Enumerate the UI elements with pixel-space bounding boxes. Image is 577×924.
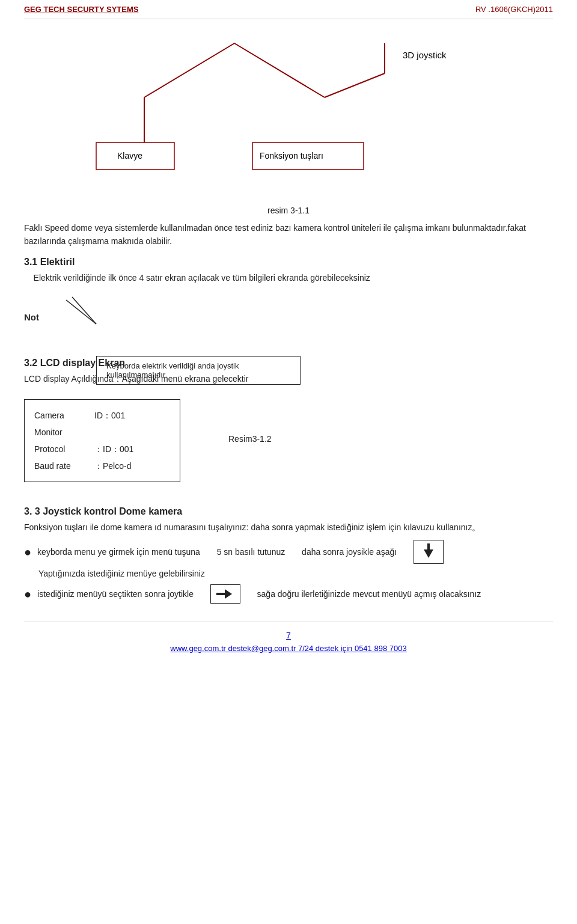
lcd-row-3: Protocol ：ID：001: [34, 441, 170, 457]
lcd-row-2: Monitor: [34, 424, 170, 441]
footer: 7 www.geg.com.tr destek@geg.com.tr 7/24 …: [24, 622, 553, 653]
arrow-right-icon: [216, 588, 234, 600]
resim32-label: Resim3-1.2: [228, 434, 272, 444]
bullet-section-3: ● istediğiniz menüyü seçtikten sonra joy…: [24, 584, 553, 604]
section33-title: 3. 3 Joystick kontrol Dome kamera: [24, 506, 553, 517]
bullet-dot-1: ●: [24, 546, 31, 558]
bullet-dot-3: ●: [24, 588, 31, 600]
bullet1-text-middle: 5 sn basılı tutunuz: [217, 547, 285, 557]
svg-text:Klavye: Klavye: [117, 151, 142, 161]
resim-label: resim 3-1.1: [24, 206, 553, 215]
not-block: Not Keyborda elektrik verildiği anda joy…: [24, 294, 553, 348]
diagram-svg: 3D joystick Klavye Fonksiyon tuşları: [24, 25, 553, 206]
not-arrow-svg: [60, 294, 301, 348]
lcd-row-4: Baud rate ：Pelco-d: [34, 457, 170, 474]
arrow-down-icon: [421, 543, 436, 560]
section31-text: Elektrik verildiğinde ilk önce 4 satır e…: [24, 271, 553, 284]
svg-rect-14: [427, 543, 430, 551]
bullet-section-1: ● keyborda menu ye girmek için menü tuşu…: [24, 540, 553, 578]
svg-line-11: [66, 300, 96, 324]
not-label: Not: [24, 294, 48, 322]
arrow-right-box: [210, 584, 240, 604]
bullet-item-3: ● istediğiniz menüyü seçtikten sonra joy…: [24, 584, 553, 604]
bullet3-text-before: istediğiniz menüyü seçtikten sonra joyti…: [37, 589, 194, 599]
svg-line-6: [325, 73, 385, 97]
header-left: GEG TECH SECURTY SYTEMS: [24, 5, 138, 14]
svg-rect-16: [216, 593, 226, 595]
note-box: Keyborda elektrik verildiği anda joystik…: [96, 356, 301, 385]
svg-line-1: [144, 43, 234, 97]
page-number: 7: [24, 631, 553, 640]
header-right: RV .1606(GKCH)2011: [475, 5, 553, 14]
bullet-item-1: ● keyborda menu ye girmek için menü tuşu…: [24, 540, 553, 564]
arrow-down-box: [414, 540, 444, 564]
section33-text: Fonksiyon tuşları ile dome kamera ıd num…: [24, 521, 553, 534]
bullet1-text-after: daha sonra joysikle aşağı: [302, 547, 397, 557]
diagram-area: 3D joystick Klavye Fonksiyon tuşları: [24, 25, 553, 206]
intro-text: Faklı Speed dome veya sistemlerde kullan…: [24, 221, 553, 248]
bullet2-text: Yaptığınızda istediğiniz menüye gelebili…: [38, 569, 553, 578]
lcd-and-resim: Camera ID：001 Monitor Protocol ：ID：001 B…: [24, 390, 553, 488]
lcd-row-1: Camera ID：001: [34, 407, 170, 424]
lcd-box: Camera ID：001 Monitor Protocol ：ID：001 B…: [24, 399, 180, 482]
section31-title: 3.1 Elektiril: [24, 257, 553, 268]
header: GEG TECH SECURTY SYTEMS RV .1606(GKCH)20…: [24, 0, 553, 19]
svg-marker-13: [424, 549, 433, 558]
page: GEG TECH SECURTY SYTEMS RV .1606(GKCH)20…: [0, 0, 577, 924]
svg-line-12: [72, 297, 96, 324]
svg-line-3: [234, 43, 325, 97]
bullet3-text-after: sağa doğru ilerletiğinizde mevcut menüyü…: [257, 589, 481, 599]
bullet1-text-before: keyborda menu ye girmek için menü tuşuna: [37, 547, 200, 557]
not-diagram: Keyborda elektrik verildiği anda joystik…: [60, 294, 301, 348]
svg-text:3D joystick: 3D joystick: [403, 50, 447, 60]
footer-links: www.geg.com.tr destek@geg.com.tr 7/24 de…: [24, 644, 553, 653]
svg-text:Fonksiyon tuşları: Fonksiyon tuşları: [260, 151, 323, 161]
